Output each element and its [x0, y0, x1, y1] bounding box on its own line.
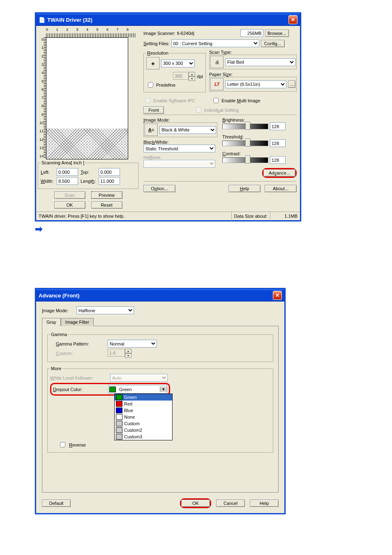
gamma-legend: Gamma	[50, 332, 68, 337]
adv-help-button[interactable]: Help	[250, 500, 279, 507]
adv-cancel-button[interactable]: Cancel	[216, 500, 245, 507]
preview-area[interactable]	[46, 37, 128, 159]
enable-ipc-label: Enable Software IPC	[153, 98, 195, 103]
width-label: Width:	[41, 179, 54, 184]
advance-window: Advance (Front) ✕ Image Mode: Halftone G…	[35, 288, 286, 514]
more-group: More White Level Follower: Auto Dropout …	[47, 366, 273, 453]
width-input[interactable]	[57, 177, 78, 185]
ruler-vertical: 01234567891011121314	[38, 37, 46, 159]
tab-panel: Gamma Gamma Pattern: Normal Custom: ▲▼ M	[42, 326, 279, 493]
resolution-icon: ◈	[146, 57, 159, 69]
advance-close-button[interactable]: ✕	[273, 291, 282, 300]
custom-label: Custom:	[56, 351, 105, 356]
papersize-more-button[interactable]: ...	[288, 81, 295, 88]
advance-title: Advance (Front)	[39, 292, 80, 299]
scanning-area-group: Scanning Area[ inch ] Left: Top: Width: …	[38, 160, 138, 189]
dropout-arrow-icon[interactable]: ▾	[160, 387, 167, 392]
dropout-option[interactable]: None	[115, 414, 172, 420]
gamma-pattern-label: Gamma Pattern:	[56, 341, 105, 346]
top-label: Top:	[81, 170, 96, 175]
brightness-label: Brightness:	[222, 117, 297, 122]
length-input[interactable]	[99, 177, 120, 185]
titlebar[interactable]: 📄 TWAIN Driver (32) ✕	[36, 14, 300, 26]
brightness-value[interactable]	[270, 122, 286, 130]
arrow-icon: ➡	[35, 224, 392, 235]
memory-value	[240, 29, 263, 37]
contrast-value[interactable]	[270, 156, 286, 164]
about-button[interactable]: About...	[265, 185, 297, 192]
halftone-combo	[143, 160, 215, 168]
image-mode-combo[interactable]: Black & White	[159, 126, 216, 134]
threshold-slider[interactable]	[222, 140, 268, 146]
help-button[interactable]: Help	[228, 185, 261, 192]
scanner-label: Image Scanner:	[143, 31, 175, 36]
bw-label: Black/White:	[143, 140, 217, 145]
option-button[interactable]: Option...	[143, 185, 175, 192]
enable-ipc-checkbox	[145, 98, 150, 103]
window-title: TWAIN Driver (32)	[47, 17, 92, 23]
preview-button[interactable]: Preview	[91, 191, 122, 199]
app-icon: 📄	[39, 17, 45, 23]
close-button[interactable]: ✕	[288, 15, 297, 24]
dpi-spinner[interactable]: ▲▼	[189, 72, 195, 81]
status-datasize-label: Data Size about:	[232, 211, 270, 221]
image-mode-label: Image Mode:	[143, 117, 217, 122]
dropout-option[interactable]: Red	[115, 401, 172, 407]
front-tab-button[interactable]: Front	[143, 106, 164, 114]
config-button[interactable]: Config...	[261, 40, 285, 47]
dropout-option[interactable]: Custom2	[115, 427, 172, 433]
tab-gray[interactable]: Gray	[42, 318, 61, 326]
scan-button[interactable]: Scan	[54, 191, 85, 199]
reverse-label: Reverse	[69, 442, 86, 447]
reset-button[interactable]: Reset	[91, 201, 122, 209]
papersize-icon: LT	[210, 78, 224, 90]
advance-button[interactable]: Advance...	[263, 169, 295, 177]
papersize-combo[interactable]: Letter (8.5x11in)	[225, 81, 286, 88]
status-bar: TWAIN driver. Press [F1] key to show hel…	[36, 212, 300, 220]
gamma-group: Gamma Gamma Pattern: Normal Custom: ▲▼	[47, 332, 273, 362]
adv-ok-highlight: OK	[180, 498, 211, 508]
brightness-slider[interactable]	[222, 124, 268, 129]
setting-files-label: Setting Files:	[143, 41, 170, 46]
papersize-label: Paper Size:	[209, 72, 297, 77]
dropout-option[interactable]: Custom	[115, 420, 172, 427]
resolution-combo[interactable]: 300 x 300	[161, 60, 195, 67]
threshold-label: Threshold:	[222, 134, 297, 139]
reverse-checkbox[interactable]	[60, 442, 65, 447]
dpi-input[interactable]	[173, 72, 189, 80]
top-input[interactable]	[99, 168, 120, 176]
dropout-option[interactable]: Green	[115, 394, 172, 401]
halftone-label: Halftone:	[143, 155, 217, 160]
adv-ok-button[interactable]: OK	[181, 500, 210, 507]
ruler-horizontal: 012345678	[46, 28, 136, 37]
status-help: TWAIN driver. Press [F1] key to show hel…	[36, 211, 232, 221]
scantype-icon: 🖨	[210, 56, 224, 68]
enable-multi-checkbox[interactable]	[213, 98, 219, 103]
custom-spinner: ▲▼	[125, 349, 131, 358]
left-input[interactable]	[57, 168, 78, 176]
contrast-label: Contrast:	[222, 151, 297, 156]
threshold-value[interactable]	[270, 139, 286, 147]
setting-files-combo[interactable]: 00 : Current Setting	[171, 39, 259, 47]
resolution-group: Resolution ◈ 300 x 300 ▲▼ dpi	[143, 51, 206, 92]
contrast-slider[interactable]	[222, 157, 268, 163]
dropout-dropdown-list[interactable]: GreenRedBlueNoneCustomCustom2Custom3	[114, 394, 173, 440]
individual-label: Individual Setting	[204, 108, 239, 113]
dropout-option[interactable]: Custom3	[115, 433, 172, 440]
wlf-combo: Auto	[110, 374, 168, 382]
bw-combo[interactable]: Static Threshold	[143, 145, 215, 152]
gamma-pattern-combo[interactable]: Normal	[108, 340, 157, 348]
scantype-combo[interactable]: Flat Bed	[225, 58, 295, 66]
ok-button[interactable]: OK	[54, 201, 85, 209]
tab-image-filter[interactable]: Image Filter	[61, 318, 94, 326]
wlf-label: White Level Follower:	[50, 375, 108, 380]
advance-titlebar[interactable]: Advance (Front) ✕	[36, 289, 284, 302]
enable-multi-label: Enable Multi Image	[221, 98, 260, 103]
adv-image-mode-combo[interactable]: Halftone	[76, 306, 134, 314]
predefine-checkbox[interactable]	[148, 82, 153, 88]
browse-button[interactable]: Browse...	[265, 30, 289, 37]
dropout-option[interactable]: Blue	[115, 407, 172, 414]
default-button[interactable]: Default	[42, 500, 71, 507]
left-label: Left:	[41, 170, 54, 175]
custom-input	[108, 349, 125, 357]
